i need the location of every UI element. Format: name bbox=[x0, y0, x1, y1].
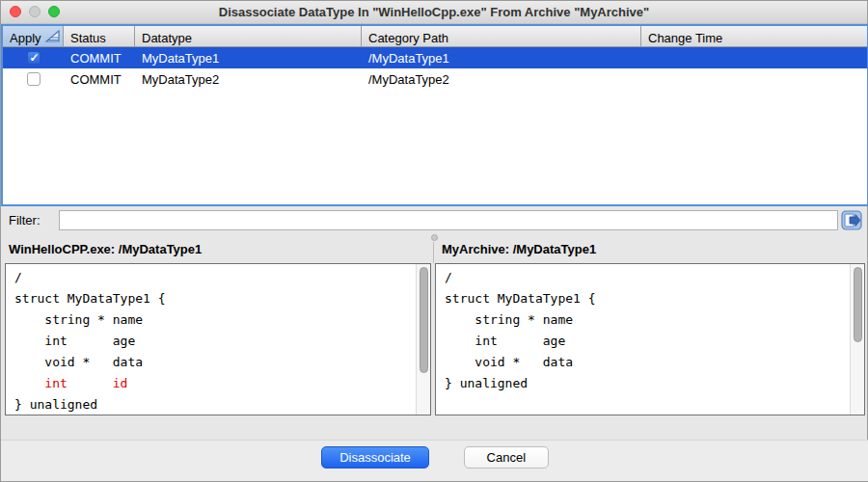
disassociate-button[interactable]: Disassociate bbox=[321, 446, 429, 469]
code-line: struct MyDataType1 { bbox=[445, 288, 850, 309]
code-line: } unaligned bbox=[14, 394, 416, 415]
code-line: string * name bbox=[445, 309, 850, 331]
right-datatype-preview[interactable]: / struct MyDataType1 { string * name int… bbox=[435, 263, 865, 415]
apply-checkbox[interactable] bbox=[27, 51, 41, 65]
code-line: struct MyDataType1 { bbox=[14, 288, 416, 309]
datatype-cell: MyDataType1 bbox=[135, 51, 362, 66]
table-header-row: Apply Status Datatype Category Path Chan… bbox=[3, 26, 867, 47]
column-header-change-time[interactable]: Change Time bbox=[641, 26, 867, 46]
code-line: int age bbox=[445, 331, 850, 352]
vertical-scrollbar[interactable] bbox=[416, 264, 430, 415]
filter-input[interactable] bbox=[59, 210, 838, 230]
table-row[interactable]: COMMIT MyDataType2 /MyDataType2 bbox=[3, 68, 867, 90]
column-header-apply[interactable]: Apply bbox=[3, 26, 64, 46]
minimize-button bbox=[29, 6, 41, 17]
comparison-headers: WinHelloCPP.exe: /MyDataType1 MyArchive:… bbox=[1, 242, 868, 263]
code-line: } unaligned bbox=[445, 373, 850, 394]
code-line: string * name bbox=[14, 309, 416, 331]
code-line: int age bbox=[14, 331, 416, 352]
column-header-category-path[interactable]: Category Path bbox=[362, 26, 641, 46]
window-title: Disassociate DataType In "WinHelloCpp.ex… bbox=[219, 5, 649, 19]
filter-options-icon bbox=[841, 219, 862, 233]
category-path-cell: /MyDataType1 bbox=[362, 51, 641, 66]
status-cell: COMMIT bbox=[64, 72, 135, 87]
column-header-label: Apply bbox=[10, 31, 41, 45]
scrollbar-thumb[interactable] bbox=[420, 267, 428, 373]
left-panel-title: WinHelloCPP.exe: /MyDataType1 bbox=[9, 242, 202, 256]
code-line: / bbox=[445, 267, 850, 288]
scrollbar-thumb[interactable] bbox=[854, 267, 862, 342]
button-bar: Disassociate Cancel bbox=[1, 440, 868, 481]
vertical-scrollbar[interactable] bbox=[850, 264, 864, 415]
code-line: int id bbox=[14, 373, 416, 394]
right-panel-title: MyArchive: /MyDataType1 bbox=[442, 242, 596, 256]
apply-checkbox[interactable] bbox=[27, 72, 41, 86]
code-line: void * data bbox=[445, 352, 850, 373]
close-button[interactable] bbox=[10, 6, 21, 17]
category-path-cell: /MyDataType2 bbox=[362, 72, 641, 87]
panel-divider bbox=[433, 242, 434, 263]
table-row[interactable]: COMMIT MyDataType1 /MyDataType1 bbox=[3, 47, 867, 68]
zoom-button[interactable] bbox=[48, 6, 60, 17]
filter-label: Filter: bbox=[9, 213, 41, 228]
filter-options-button[interactable] bbox=[841, 210, 862, 230]
column-header-datatype[interactable]: Datatype bbox=[135, 26, 362, 46]
status-cell: COMMIT bbox=[64, 51, 135, 66]
horizontal-splitter[interactable] bbox=[1, 233, 868, 242]
sort-ascending-icon bbox=[45, 30, 60, 45]
cancel-button[interactable]: Cancel bbox=[464, 446, 549, 469]
title-bar: Disassociate DataType In "WinHelloCpp.ex… bbox=[1, 1, 867, 24]
code-line: void * data bbox=[14, 352, 416, 373]
filter-bar: Filter: bbox=[1, 206, 868, 233]
splitter-handle-icon bbox=[431, 234, 438, 241]
left-datatype-preview[interactable]: / struct MyDataType1 { string * name int… bbox=[5, 263, 431, 415]
datatype-table: Apply Status Datatype Category Path Chan… bbox=[1, 24, 868, 206]
datatype-cell: MyDataType2 bbox=[135, 72, 362, 87]
dialog-window: Disassociate DataType In "WinHelloCpp.ex… bbox=[0, 0, 868, 482]
code-line: / bbox=[14, 267, 416, 288]
column-header-status[interactable]: Status bbox=[64, 26, 135, 46]
